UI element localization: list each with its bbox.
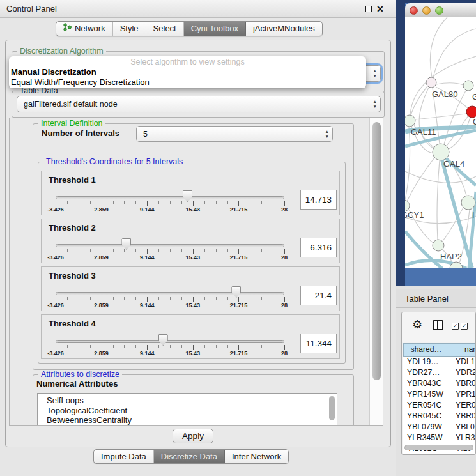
- tab-style[interactable]: Style: [113, 22, 146, 36]
- checkbox-icon[interactable]: ✓: [461, 323, 468, 330]
- attribute-list-item[interactable]: BetweennessCentrality: [47, 415, 337, 426]
- table-row[interactable]: YER054CYER0: [403, 400, 476, 411]
- interval-count-value: 5: [143, 130, 148, 139]
- table-panel: ⚙ ✓ ✓ shared… name YDL19…YDL1YDR27…YDR2Y…: [401, 312, 476, 455]
- table-horizontal-scrollbar[interactable]: [404, 445, 473, 450]
- apply-button[interactable]: Apply: [173, 429, 213, 443]
- stepper-icon: ▲▼: [325, 129, 329, 139]
- table-cell: YPR1: [449, 389, 476, 400]
- tab-cyni-toolbox[interactable]: Cyni Toolbox: [184, 22, 246, 36]
- slider-track[interactable]: [56, 244, 284, 247]
- network-icon: [63, 22, 72, 36]
- dropdown-placeholder: Select algorithm to view settings: [9, 58, 366, 67]
- slider-scale-labels: -3.4262.8599.14415.4321.71528: [56, 350, 284, 357]
- slider-ticks: [56, 201, 284, 206]
- threshold-label: Threshold 4: [49, 319, 96, 328]
- interval-count-combobox[interactable]: 5 ▲▼: [136, 126, 333, 142]
- tab-impute-data[interactable]: Impute Data: [94, 450, 154, 463]
- attribute-list-item[interactable]: SelfLoops: [47, 395, 337, 406]
- dropdown-option-equal-width[interactable]: Equal Width/Frequency Discretization: [9, 77, 366, 88]
- table-cell: YER054C: [403, 400, 449, 411]
- threshold-value-input[interactable]: 14.713: [300, 190, 337, 210]
- tab-jactivemnodules[interactable]: jActiveMNodules: [246, 22, 322, 36]
- slider-thumb[interactable]: [231, 286, 241, 298]
- slider-thumb[interactable]: [183, 190, 192, 202]
- column-header-name[interactable]: name: [449, 343, 476, 357]
- settings-vertical-scrollbar[interactable]: [369, 118, 383, 425]
- node-table: shared… name YDL19…YDL1YDR27…YDR2YBR043C…: [403, 343, 476, 454]
- threshold-row-3: Threshold 3-3.4262.8599.14415.4321.71528…: [41, 266, 340, 311]
- slider-track[interactable]: [56, 196, 284, 199]
- float-window-icon[interactable]: [365, 6, 372, 12]
- table-row[interactable]: YBR045CYBR0: [403, 411, 476, 422]
- close-icon[interactable]: ✕: [376, 0, 384, 18]
- network-node[interactable]: [463, 81, 473, 91]
- network-node-label: GAL80: [432, 89, 457, 99]
- panel-title: Control Panel: [6, 0, 57, 18]
- gear-icon[interactable]: ⚙: [412, 318, 422, 332]
- network-canvas[interactable]: GAL80GACGAL11GAL4GCY1HHAP2: [405, 17, 476, 268]
- slider-thumb[interactable]: [158, 334, 168, 346]
- attribute-list-item[interactable]: TopologicalCoefficient: [47, 406, 337, 416]
- network-view-window: GAL80GACGAL11GAL4GCY1HHAP2: [396, 0, 476, 286]
- table-cell: YER0: [449, 400, 476, 411]
- table-cell: YBR0: [449, 378, 476, 389]
- network-node-label: GAL4: [443, 159, 464, 169]
- table-cell: YDL19…: [403, 357, 449, 367]
- tab-network[interactable]: Network: [56, 22, 113, 36]
- group-title-thresholds: Threshold's Coordinates for 5 Intervals: [43, 157, 185, 166]
- table-data-combobox[interactable]: galFiltered.sif default node ▲▼: [17, 96, 381, 112]
- table-panel-region: Table Panel ⚙ ✓ ✓ shared… name YDL19…YDL…: [396, 286, 476, 476]
- table-row[interactable]: YBL079WYBL0: [403, 422, 476, 433]
- network-node-label: C: [473, 117, 476, 127]
- table-cell: YBR043C: [403, 378, 449, 389]
- slider-scale-labels: -3.4262.8599.14415.4321.71528: [56, 206, 284, 213]
- table-cell: YPR145W: [403, 389, 449, 400]
- network-node[interactable]: [426, 77, 436, 88]
- bottom-tab-bar: Impute Data Discretize Data Infer Networ…: [93, 449, 289, 464]
- minimize-traffic-light[interactable]: [422, 6, 431, 15]
- zoom-traffic-light[interactable]: [435, 6, 443, 15]
- tab-discretize-data[interactable]: Discretize Data: [154, 450, 225, 463]
- scrollbar-thumb[interactable]: [372, 122, 381, 380]
- table-cell: YLR345W: [403, 433, 449, 443]
- table-cell: YDR27…: [403, 367, 449, 378]
- table-cell: YBL0: [449, 422, 476, 433]
- threshold-value-input[interactable]: 11.344: [300, 334, 337, 353]
- slider-thumb[interactable]: [121, 238, 131, 250]
- split-columns-icon[interactable]: [433, 320, 443, 330]
- threshold-label: Threshold 2: [49, 223, 96, 233]
- threshold-row-2: Threshold 2-3.4262.8599.14415.4321.71528…: [41, 219, 340, 263]
- checkbox-icon[interactable]: ✓: [452, 323, 459, 330]
- slider-track[interactable]: [56, 292, 284, 295]
- table-cell: YDL1: [449, 357, 476, 367]
- table-row[interactable]: YBR043CYBR0: [403, 378, 476, 389]
- network-node[interactable]: [466, 106, 476, 118]
- tab-infer-network[interactable]: Infer Network: [225, 450, 288, 463]
- table-cell: YLR3: [449, 433, 476, 443]
- table-cell: YBL079W: [403, 422, 449, 433]
- slider-ticks: [56, 345, 284, 350]
- threshold-label: Threshold 1: [49, 175, 96, 185]
- list-scrollbar[interactable]: [329, 396, 335, 420]
- network-node[interactable]: [433, 240, 444, 251]
- close-traffic-light[interactable]: [410, 6, 418, 15]
- slider-track[interactable]: [56, 340, 284, 343]
- threshold-row-1: Threshold 1-3.4262.8599.14415.4321.71528…: [41, 171, 340, 215]
- group-title-algorithm: Discretization Algorithm: [17, 47, 106, 56]
- threshold-value-input[interactable]: 21.4: [300, 286, 337, 305]
- network-node[interactable]: [433, 144, 449, 160]
- dropdown-option-manual[interactable]: Manual Discretization: [9, 67, 366, 77]
- table-cell: YBR0: [449, 411, 476, 422]
- table-row[interactable]: YDL19…YDL1: [403, 357, 476, 367]
- table-row[interactable]: YLR345WYLR3: [403, 433, 476, 443]
- network-node[interactable]: [405, 115, 415, 127]
- numerical-attributes-list[interactable]: SelfLoopsTopologicalCoefficientBetweenne…: [37, 393, 337, 426]
- column-header-shared-name[interactable]: shared…: [403, 343, 449, 357]
- network-node[interactable]: [461, 196, 475, 210]
- table-row[interactable]: YDR27…YDR2: [403, 367, 476, 378]
- table-row[interactable]: YPR145WYPR1: [403, 389, 476, 400]
- network-window-titlebar[interactable]: [405, 3, 476, 17]
- tab-select[interactable]: Select: [146, 22, 184, 36]
- threshold-value-input[interactable]: 6.316: [300, 238, 337, 257]
